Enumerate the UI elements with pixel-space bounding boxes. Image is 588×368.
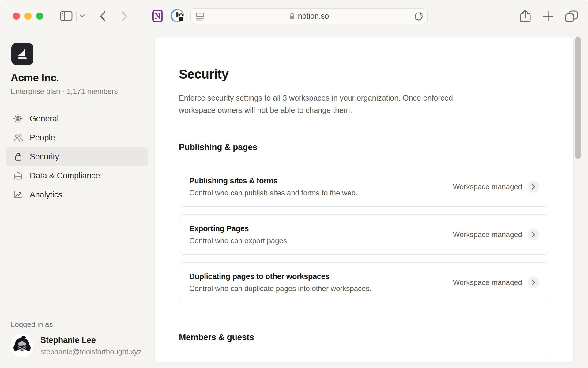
people-icon — [13, 133, 23, 142]
gear-icon — [13, 114, 23, 123]
logged-in-as-label: Logged in as — [11, 320, 53, 329]
card-title: Publishing sites & forms — [189, 176, 358, 185]
sidebar-item-label: Analytics — [30, 190, 62, 200]
padlock-icon — [289, 13, 295, 20]
new-tab-button[interactable] — [543, 11, 554, 22]
chevron-right-icon — [531, 279, 536, 286]
sidebar-item-label: General — [30, 114, 59, 124]
reload-button[interactable] — [414, 12, 424, 21]
minimize-window-button[interactable] — [24, 13, 32, 20]
open-setting-button[interactable] — [528, 181, 539, 193]
security-settings-panel: Security Enforce security settings to al… — [155, 37, 574, 362]
sidebar-item-security[interactable]: Security — [6, 147, 148, 166]
close-window-button[interactable] — [13, 13, 20, 20]
trend-icon — [13, 190, 23, 199]
lock-icon — [13, 152, 23, 161]
sidebar-item-label: Data & Compliance — [30, 171, 100, 181]
card-title: Exporting Pages — [189, 224, 289, 233]
user-name: Stephanie Lee — [40, 335, 141, 345]
card-status: Workspace managed — [453, 230, 522, 239]
tab-overview-icon — [564, 10, 579, 24]
section-heading-members: Members & guests — [179, 332, 549, 343]
setting-card-partial[interactable] — [179, 358, 549, 362]
setting-card-publishing-sites[interactable]: Publishing sites & forms Control who can… — [179, 167, 549, 207]
intro-text: Enforce security settings to all 3 works… — [179, 92, 464, 116]
card-text: Duplicating pages to other workspaces Co… — [189, 272, 371, 293]
user-email: stephanie@toolsforthought.xyz — [40, 347, 141, 356]
back-button[interactable] — [99, 10, 107, 22]
chevron-right-icon — [531, 184, 536, 190]
zoom-window-button[interactable] — [36, 13, 43, 20]
chevron-down-icon — [79, 14, 85, 18]
sidebar-item-analytics[interactable]: Analytics — [6, 185, 148, 204]
card-control: Workspace managed — [453, 277, 539, 288]
briefcase-icon — [13, 171, 23, 180]
card-title: Duplicating pages to other workspaces — [189, 272, 371, 281]
share-button[interactable] — [518, 9, 532, 24]
card-status: Workspace managed — [453, 182, 522, 191]
svg-text:N: N — [155, 12, 160, 20]
card-status: Workspace managed — [453, 278, 522, 287]
share-icon — [518, 9, 532, 24]
tab-overview-button[interactable] — [564, 10, 579, 24]
card-text: Publishing sites & forms Control who can… — [189, 176, 358, 197]
org-name: Acme Inc. — [11, 72, 59, 84]
toolbar-divider — [76, 11, 77, 22]
org-meta: Enterprise plan · 1,171 members — [11, 87, 118, 96]
notion-extension-button[interactable]: N — [151, 9, 164, 23]
user-avatar — [10, 334, 33, 357]
intro-before: Enforce security settings to all — [179, 94, 283, 102]
chevron-right-icon — [531, 232, 536, 238]
browser-window: N — [0, 0, 588, 368]
card-control: Workspace managed — [453, 181, 539, 193]
org-logo — [11, 43, 33, 65]
open-setting-button[interactable] — [528, 229, 539, 240]
setting-card-duplicating-pages[interactable]: Duplicating pages to other workspaces Co… — [179, 262, 549, 302]
vertical-scrollbar-thumb[interactable] — [575, 37, 581, 159]
sidebar-item-data-compliance[interactable]: Data & Compliance — [6, 166, 148, 185]
chevron-right-icon — [120, 10, 129, 22]
onepassword-extension-button[interactable] — [170, 8, 186, 24]
onepassword-extension-icon — [170, 8, 186, 24]
sidebar-item-label: Security — [30, 152, 59, 162]
workspaces-link[interactable]: 3 workspaces — [283, 94, 330, 102]
forward-button[interactable] — [120, 10, 129, 22]
card-control: Workspace managed — [453, 229, 539, 240]
chevron-left-icon — [99, 10, 107, 22]
url-display: notion.so — [191, 9, 427, 24]
open-setting-button[interactable] — [528, 277, 539, 288]
sidebar-toggle-icon — [59, 10, 73, 22]
sidebar-item-label: People — [30, 133, 55, 143]
address-bar[interactable]: notion.so — [190, 8, 428, 24]
browser-toolbar: N — [0, 0, 588, 32]
sidebar-nav: General People — [6, 109, 148, 204]
url-text: notion.so — [298, 12, 329, 21]
sidebar-toggle-button[interactable] — [59, 10, 73, 22]
notion-extension-icon: N — [151, 9, 164, 23]
sidebar-item-people[interactable]: People — [6, 128, 148, 147]
card-description: Control who can publish sites and forms … — [189, 189, 358, 197]
user-identity: Stephanie Lee stephanie@toolsforthought.… — [40, 335, 141, 356]
card-description: Control who can export pages. — [189, 236, 289, 245]
section-heading-publishing: Publishing & pages — [179, 142, 549, 152]
page-title: Security — [179, 67, 549, 81]
current-user: Stephanie Lee stephanie@toolsforthought.… — [10, 334, 141, 357]
sailboat-icon — [16, 47, 29, 61]
plus-icon — [543, 11, 554, 22]
settings-sidebar: Acme Inc. Enterprise plan · 1,171 member… — [0, 33, 155, 368]
card-text: Exporting Pages Control who can export p… — [189, 224, 289, 245]
sidebar-item-general[interactable]: General — [6, 109, 148, 128]
setting-card-exporting-pages[interactable]: Exporting Pages Control who can export p… — [179, 214, 549, 255]
card-description: Control who can duplicate pages into oth… — [189, 284, 371, 293]
sidebar-menu-button[interactable] — [79, 14, 85, 18]
